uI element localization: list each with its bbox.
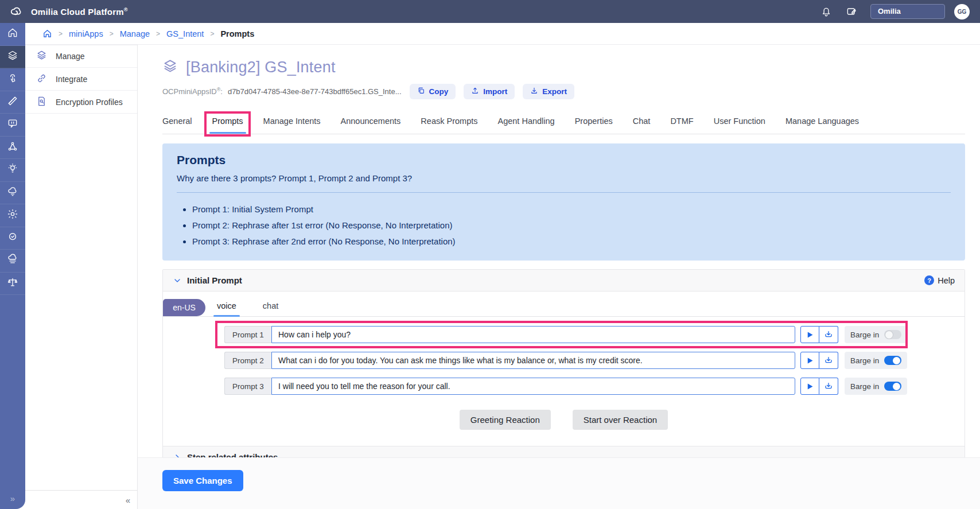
tab-manage-languages[interactable]: Manage Languages (785, 116, 859, 126)
upload-icon (471, 87, 479, 96)
download-audio-button[interactable] (819, 378, 838, 395)
sidebar-item-orchestrator[interactable] (0, 137, 25, 160)
org-selector[interactable]: Omilia (870, 4, 945, 19)
miniapp-layers-icon (162, 59, 178, 76)
barge-in-toggle[interactable] (884, 356, 901, 365)
sidebar-item-deployments[interactable] (0, 250, 25, 273)
tab-chat[interactable]: Chat (633, 116, 651, 126)
breadcrumb-link-miniapps[interactable]: miniApps (69, 29, 103, 38)
tab-agent-handling[interactable]: Agent Handling (497, 116, 554, 126)
prompt2-input[interactable] (271, 352, 795, 369)
compliance-scales-icon (7, 277, 18, 290)
barge-in-label: Barge in (850, 356, 879, 365)
copy-button[interactable]: Copy (410, 84, 456, 99)
prompt3-label: Prompt 3 (224, 378, 271, 395)
sidebar-item-automation[interactable] (0, 204, 25, 227)
design-ruler-icon (7, 95, 18, 109)
download-audio-button[interactable] (819, 352, 838, 369)
initial-prompt-header[interactable]: Initial Prompt ? Help (163, 270, 965, 292)
subsidebar-item-manage[interactable]: Manage (25, 45, 137, 68)
avatar[interactable]: GG (954, 4, 970, 20)
breadcrumb-home-icon[interactable] (42, 29, 52, 38)
copy-icon (417, 87, 425, 96)
info-box-question: Why are there 3 prompts? Prompt 1, Promp… (177, 173, 951, 183)
save-changes-button[interactable]: Save Changes (162, 470, 243, 491)
download-icon (530, 87, 538, 96)
info-box-bullet-list: Prompt 1: Initial System Prompt Prompt 2… (192, 201, 951, 249)
rail-expand-icon[interactable]: » (0, 494, 25, 503)
download-audio-button[interactable] (819, 326, 838, 343)
gesture-icon (7, 72, 18, 86)
prompts-info-box: Prompts Why are there 3 prompts? Prompt … (162, 143, 965, 261)
export-button[interactable]: Export (523, 84, 574, 99)
prompt1-input[interactable] (271, 326, 795, 343)
sidebar-item-compliance[interactable] (0, 273, 25, 296)
active-mode-underline (213, 315, 240, 317)
quality-badge-icon (7, 231, 18, 245)
tab-user-function[interactable]: User Function (714, 116, 765, 126)
mode-tab-chat[interactable]: chat (263, 301, 278, 310)
tab-general[interactable]: General (162, 116, 192, 126)
play-button[interactable] (800, 378, 819, 395)
greeting-reaction-button[interactable]: Greeting Reaction (460, 410, 551, 430)
start-over-reaction-button[interactable]: Start over Reaction (573, 410, 668, 430)
barge-in-control: Barge in (845, 378, 907, 395)
prompt2-label: Prompt 2 (224, 352, 271, 369)
language-tab-en-us[interactable]: en-US (163, 299, 205, 316)
breadcrumb-current: Prompts (220, 29, 254, 38)
subsidebar-item-integrate[interactable]: Integrate (25, 68, 137, 91)
sidebar-item-design[interactable] (0, 91, 25, 114)
help-icon: ? (924, 275, 934, 285)
breadcrumb-separator: > (210, 30, 214, 38)
prompt3-input[interactable] (271, 378, 795, 395)
prompt-row-3: Prompt 3 Barge in (224, 378, 965, 395)
tab-bar: General Prompts Manage Intents Announcem… (162, 116, 965, 134)
play-button[interactable] (800, 326, 819, 343)
help-link[interactable]: ? Help (924, 275, 955, 285)
breadcrumb-link-gs-intent[interactable]: GS_Intent (166, 29, 204, 38)
feedback-icon[interactable] (845, 5, 858, 18)
secondary-sidebar: Manage Integrate Encryption Profiles « (25, 45, 138, 509)
info-bullet: Prompt 1: Initial System Prompt (192, 201, 951, 217)
prompt-row-1: Prompt 1 Barge in (224, 326, 965, 343)
tab-properties[interactable]: Properties (575, 116, 613, 126)
cloud-stack-icon (7, 254, 18, 267)
sidebar-item-quality[interactable] (0, 227, 25, 250)
tab-prompts[interactable]: Prompts (212, 116, 243, 126)
breadcrumb-separator: > (110, 30, 114, 38)
info-box-divider (177, 192, 951, 193)
prompt-sections-container: Initial Prompt ? Help en-US voice (162, 269, 965, 468)
barge-in-toggle[interactable] (884, 330, 901, 339)
tab-reask-prompts[interactable]: Reask Prompts (421, 116, 477, 126)
breadcrumb-link-manage[interactable]: Manage (120, 29, 150, 38)
subsidebar-collapse[interactable]: « (25, 490, 137, 509)
chat-icon (7, 118, 18, 131)
sidebar-item-home[interactable] (0, 23, 25, 46)
orchestrator-network-icon (7, 141, 18, 154)
tab-dtmf[interactable]: DTMF (670, 116, 693, 126)
subsidebar-item-encryption-profiles[interactable]: Encryption Profiles (25, 91, 137, 114)
sidebar-item-gesture[interactable] (0, 68, 25, 91)
sidebar-item-insights[interactable] (0, 159, 25, 182)
main-content: [Banking2] GS_Intent OCPminiAppsID®: d7b… (138, 45, 980, 509)
tab-announcements[interactable]: Announcements (341, 116, 401, 126)
sidebar-item-asr[interactable] (0, 182, 25, 205)
link-icon (36, 73, 47, 86)
miniapp-id-value: d7b7d047-4785-43ee-8e77-743bdff65ec1.GS_… (228, 87, 402, 96)
miniapps-layers-icon (7, 50, 18, 64)
tab-manage-intents[interactable]: Manage Intents (263, 116, 321, 126)
barge-in-toggle[interactable] (884, 382, 901, 391)
barge-in-label: Barge in (850, 382, 879, 391)
breadcrumb: > miniApps > Manage > GS_Intent > Prompt… (25, 23, 980, 45)
import-button[interactable]: Import (464, 84, 515, 99)
bell-icon[interactable] (820, 5, 833, 18)
barge-in-control: Barge in (845, 326, 907, 343)
mode-tab-voice[interactable]: voice (217, 301, 236, 310)
sidebar-item-chat[interactable] (0, 114, 25, 137)
barge-in-label: Barge in (850, 331, 879, 339)
play-button[interactable] (800, 352, 819, 369)
page-title: [Banking2] GS_Intent (186, 59, 336, 76)
topbar: Omilia Cloud Platform® Omilia GG (0, 0, 980, 23)
sidebar-item-miniapps[interactable] (0, 46, 25, 69)
info-box-title: Prompts (177, 153, 951, 167)
